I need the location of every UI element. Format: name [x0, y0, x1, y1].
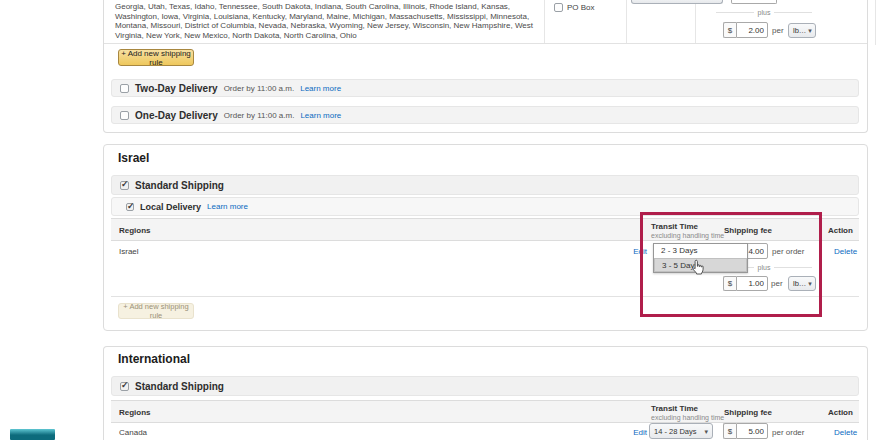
chevron-down-icon [806, 26, 812, 35]
regions-header: Regions [119, 408, 151, 417]
order-fee-input[interactable] [736, 423, 768, 439]
two-day-delivery-label: Two-Day Delivery [135, 83, 218, 94]
regions-states-text: Georgia, Utah, Texas, Idaho, Tennessee, … [115, 2, 551, 40]
teal-overlay-fragment [10, 429, 55, 440]
local-delivery-learn-more-link[interactable]: Learn more [207, 202, 248, 211]
israel-standard-shipping-row: Standard Shipping [111, 175, 859, 195]
standard-shipping-label: Standard Shipping [135, 381, 224, 392]
standard-shipping-label: Standard Shipping [135, 180, 224, 191]
two-day-delivery-checkbox[interactable] [120, 84, 129, 93]
two-day-order-by: Order by 11:00 a.m. [224, 84, 295, 93]
cell-divider [544, 0, 545, 43]
row-divider [104, 43, 867, 44]
chevron-down-icon [702, 427, 708, 436]
row-divider [111, 296, 859, 297]
per-label: per [771, 279, 783, 288]
israel-section-title: Israel [118, 151, 149, 165]
action-header: Action [828, 408, 853, 417]
region-cell: Israel [119, 247, 139, 256]
regions-header: Regions [119, 226, 151, 235]
region-cell: Canada [119, 428, 147, 437]
edit-link[interactable]: Edit [625, 428, 647, 437]
israel-shipping-card: Israel Standard Shipping Local Delivery … [103, 144, 868, 331]
transit-time-subheader: excluding handling time [651, 414, 724, 421]
two-day-learn-more-link[interactable]: Learn more [300, 84, 341, 93]
one-day-delivery-row: One-Day Delivery Order by 11:00 a.m. Lea… [111, 106, 859, 124]
plus-divider: plus [716, 9, 812, 16]
shipping-fee-header: Shipping fee [724, 226, 772, 235]
po-box-option: PO Box [554, 3, 595, 12]
transit-time-select-partial[interactable] [631, 0, 723, 4]
plus-label: plus [758, 264, 771, 271]
one-day-delivery-checkbox[interactable] [120, 111, 129, 120]
po-box-label: PO Box [567, 3, 595, 12]
transit-option-2-3-days[interactable]: 2 - 3 Days [654, 244, 747, 258]
adjacent-edge-line [875, 0, 876, 45]
domestic-shipping-card: Georgia, Utah, Texas, Idaho, Tennessee, … [103, 0, 868, 133]
per-order-label: per order [772, 247, 804, 256]
international-shipping-card: International Standard Shipping Regions … [103, 346, 868, 440]
currency-symbol: $ [723, 423, 736, 439]
edit-link[interactable]: Edit [625, 247, 647, 256]
chevron-down-icon [806, 279, 812, 288]
cell-divider [695, 0, 696, 43]
transit-time-listbox: 2 - 3 Days 3 - 5 Days [653, 243, 748, 273]
two-day-delivery-row: Two-Day Delivery Order by 11:00 a.m. Lea… [111, 79, 859, 97]
weight-unit-select[interactable]: lb… [788, 23, 816, 38]
intl-standard-shipping-row: Standard Shipping [111, 376, 859, 396]
weight-fee-input[interactable] [736, 22, 768, 38]
transit-time-value: 14 - 28 Days [654, 427, 697, 436]
transit-time-header: Transit Time [651, 404, 698, 413]
weight-fee-input[interactable] [736, 276, 768, 291]
intl-table-header: Regions Transit Time excluding handling … [111, 400, 859, 423]
international-section-title: International [118, 352, 190, 366]
plus-label: plus [758, 9, 771, 16]
standard-shipping-checkbox[interactable] [120, 382, 129, 391]
add-shipping-rule-button-muted[interactable]: + Add new shipping rule [118, 303, 194, 319]
currency-symbol: $ [723, 276, 736, 291]
weight-unit-value: lb… [793, 26, 806, 35]
divider-line [774, 12, 812, 13]
weight-unit-value: lb… [793, 279, 806, 288]
israel-table-header: Regions Transit Time excluding handling … [111, 218, 859, 241]
cell-divider [626, 0, 627, 43]
currency-symbol: $ [723, 22, 736, 38]
action-header: Action [828, 226, 853, 235]
divider-line [716, 12, 754, 13]
add-shipping-rule-button[interactable]: + Add new shipping rule [118, 49, 194, 66]
transit-time-select[interactable]: 14 - 28 Days [649, 423, 713, 439]
local-delivery-checkbox[interactable] [126, 203, 134, 211]
standard-shipping-checkbox[interactable] [120, 181, 129, 190]
po-box-checkbox[interactable] [554, 3, 563, 12]
delete-link[interactable]: Delete [834, 247, 857, 256]
divider-line [774, 267, 812, 268]
transit-option-3-5-days[interactable]: 3 - 5 Days [654, 258, 747, 272]
delete-link[interactable]: Delete [834, 428, 857, 437]
one-day-delivery-label: One-Day Delivery [135, 110, 218, 121]
per-order-label: per order [772, 428, 804, 437]
transit-time-header: Transit Time [651, 222, 698, 231]
per-label: per [772, 26, 784, 35]
transit-time-subheader: excluding handling time [651, 232, 724, 239]
local-delivery-row: Local Delivery Learn more [111, 197, 859, 216]
one-day-learn-more-link[interactable]: Learn more [300, 111, 341, 120]
fee-input-partial[interactable] [731, 0, 777, 4]
one-day-order-by: Order by 11:00 a.m. [224, 111, 295, 120]
weight-unit-select[interactable]: lb… [788, 276, 816, 291]
shipping-settings-page: Georgia, Utah, Texas, Idaho, Tennessee, … [0, 0, 880, 440]
shipping-fee-header: Shipping fee [724, 408, 772, 417]
local-delivery-label: Local Delivery [140, 202, 201, 212]
